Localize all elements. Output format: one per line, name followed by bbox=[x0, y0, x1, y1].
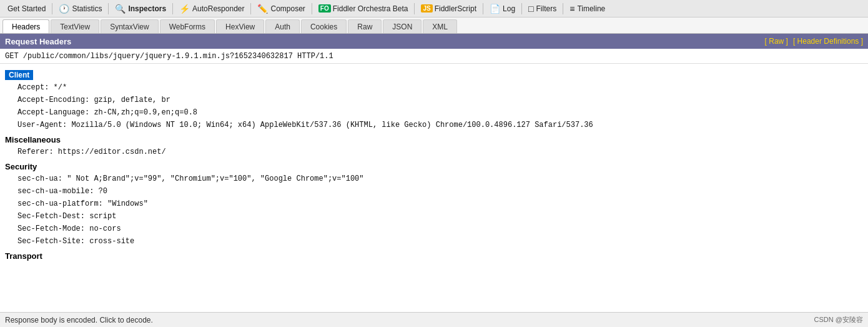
security-section-header: Security bbox=[5, 162, 863, 171]
tab-hexview[interactable]: HexView bbox=[216, 19, 264, 33]
header-entry: Accept-Language: zh-CN,zh;q=0.9,en;q=0.8 bbox=[5, 106, 863, 119]
log-icon: 📄 bbox=[490, 4, 500, 14]
tab-headers[interactable]: Headers bbox=[2, 19, 49, 33]
header-entry: Accept-Encoding: gzip, deflate, br bbox=[5, 94, 863, 106]
toolbar-separator-3 bbox=[172, 3, 173, 14]
toolbar-composer[interactable]: ✏️ Composer bbox=[252, 0, 310, 17]
transport-section: Transport bbox=[5, 251, 863, 261]
get-started-label: Get Started bbox=[7, 4, 46, 13]
transport-section-header: Transport bbox=[5, 251, 863, 261]
header-entry: Sec-Fetch-Dest: script bbox=[5, 210, 863, 223]
miscellaneous-section-header: Miscellaneous bbox=[5, 135, 863, 144]
fiddler-orchestra-label: Fiddler Orchestra Beta bbox=[333, 4, 408, 13]
header-entry: Referer: https://editor.csdn.net/ bbox=[5, 146, 863, 158]
toolbar-separator-1 bbox=[52, 3, 52, 14]
toolbar-inspectors[interactable]: 🔍 Inspectors bbox=[110, 0, 171, 17]
security-section: Security sec-ch-ua: " Not A;Brand";v="99… bbox=[5, 162, 863, 248]
statistics-label: Statistics bbox=[72, 4, 102, 13]
filters-label: Filters bbox=[536, 4, 557, 13]
tab-raw[interactable]: Raw bbox=[348, 19, 382, 33]
request-line-text: GET /public/common/libs/jquery/jquery-1.… bbox=[5, 52, 333, 61]
header-definitions-link[interactable]: [ Header Definitions ] bbox=[793, 37, 863, 46]
js-badge-icon: JS bbox=[421, 4, 432, 13]
toolbar-fiddlerscript[interactable]: JS FiddlerScript bbox=[416, 0, 481, 17]
toolbar-log[interactable]: 📄 Log bbox=[485, 0, 520, 17]
toolbar-separator-5 bbox=[312, 3, 312, 14]
request-line: GET /public/common/libs/jquery/jquery-1.… bbox=[0, 49, 868, 64]
header-entry: sec-ch-ua-platform: "Windows" bbox=[5, 198, 863, 210]
toolbar-separator-6 bbox=[414, 3, 415, 14]
toolbar-get-started[interactable]: Get Started bbox=[2, 0, 51, 17]
status-bar: Response body is encoded. Click to decod… bbox=[0, 312, 868, 327]
tab-json[interactable]: JSON bbox=[383, 19, 422, 33]
tab-webforms[interactable]: WebForms bbox=[160, 19, 215, 33]
statistics-icon: 🕐 bbox=[59, 4, 69, 14]
toolbar-separator-4 bbox=[250, 3, 251, 14]
toolbar-separator-7 bbox=[483, 3, 483, 14]
header-entry: sec-ch-ua-mobile: ?0 bbox=[5, 185, 863, 198]
header-entry: Sec-Fetch-Mode: no-cors bbox=[5, 223, 863, 235]
toolbar-filters[interactable]: □ Filters bbox=[523, 0, 561, 17]
raw-link[interactable]: [ Raw ] bbox=[765, 37, 788, 46]
request-headers-title: Request Headers bbox=[5, 37, 71, 46]
miscellaneous-section: Miscellaneous Referer: https://editor.cs… bbox=[5, 135, 863, 158]
client-section: Client Accept: */* Accept-Encoding: gzip… bbox=[5, 66, 863, 131]
tab-xml[interactable]: XML bbox=[423, 19, 457, 33]
inspectors-icon: 🔍 bbox=[115, 4, 126, 14]
client-section-header: Client bbox=[5, 70, 33, 80]
header-entry: Sec-Fetch-Site: cross-site bbox=[5, 235, 863, 248]
toolbar-fiddler-orchestra[interactable]: FO Fiddler Orchestra Beta bbox=[313, 0, 413, 17]
toolbar-separator-9 bbox=[563, 3, 563, 14]
timeline-icon: ≡ bbox=[570, 4, 575, 14]
composer-icon: ✏️ bbox=[257, 4, 268, 14]
filters-icon: □ bbox=[528, 4, 533, 14]
composer-label: Composer bbox=[270, 4, 305, 13]
tab-cookies[interactable]: Cookies bbox=[301, 19, 347, 33]
watermark: CSDN @安陵容 bbox=[814, 315, 863, 324]
header-entry: Accept: */* bbox=[5, 81, 863, 94]
autoresponder-icon: ⚡ bbox=[179, 4, 190, 14]
headers-section-bar: Request Headers [ Raw ] [ Header Definit… bbox=[0, 34, 868, 49]
inspectors-label: Inspectors bbox=[128, 4, 166, 13]
tab-textview[interactable]: TextView bbox=[51, 19, 99, 33]
header-entry: User-Agent: Mozilla/5.0 (Windows NT 10.0… bbox=[5, 119, 863, 131]
tab-syntaxview[interactable]: SyntaxView bbox=[101, 19, 158, 33]
toolbar-separator-2 bbox=[108, 3, 109, 14]
toolbar: Get Started 🕐 Statistics 🔍 Inspectors ⚡ … bbox=[0, 0, 868, 18]
toolbar-timeline[interactable]: ≡ Timeline bbox=[565, 0, 610, 17]
autoresponder-label: AutoResponder bbox=[192, 4, 244, 13]
timeline-label: Timeline bbox=[577, 4, 605, 13]
header-entry: sec-ch-ua: " Not A;Brand";v="99", "Chrom… bbox=[5, 173, 863, 185]
tab-auth[interactable]: Auth bbox=[265, 19, 300, 33]
scroll-container[interactable]: Client Accept: */* Accept-Encoding: gzip… bbox=[0, 64, 868, 312]
header-links: [ Raw ] [ Header Definitions ] bbox=[765, 37, 863, 46]
status-message[interactable]: Response body is encoded. Click to decod… bbox=[5, 316, 153, 324]
toolbar-separator-8 bbox=[521, 3, 522, 14]
toolbar-statistics[interactable]: 🕐 Statistics bbox=[54, 0, 107, 17]
toolbar-autoresponder[interactable]: ⚡ AutoResponder bbox=[174, 0, 249, 17]
content-area: Client Accept: */* Accept-Encoding: gzip… bbox=[0, 64, 868, 312]
fiddlerscript-label: FiddlerScript bbox=[435, 4, 476, 13]
log-label: Log bbox=[503, 4, 515, 13]
fo-badge-icon: FO bbox=[318, 4, 331, 13]
tab-bar: Headers TextView SyntaxView WebForms Hex… bbox=[0, 18, 868, 34]
